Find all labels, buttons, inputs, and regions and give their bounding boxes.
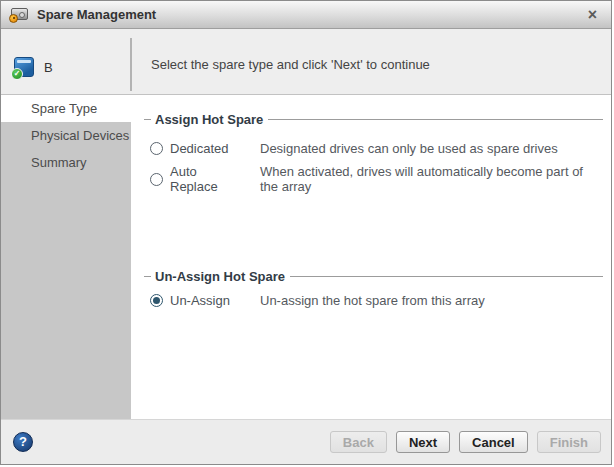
next-button[interactable]: Next — [396, 431, 450, 453]
wizard-steps-sidebar: Spare Type Physical Devices Summary — [1, 95, 131, 419]
assign-hot-spare-legend: Assign Hot Spare — [144, 112, 603, 127]
un-assign-radio[interactable] — [150, 294, 163, 307]
sidebar-item-physical-devices[interactable]: Physical Devices — [1, 122, 131, 149]
wizard-header: ✓ B Select the spare type and click 'Nex… — [1, 29, 611, 95]
un-assign-description: Un-assign the hot spare from this array — [260, 293, 598, 308]
sidebar-item-spare-type[interactable]: Spare Type — [1, 95, 131, 122]
wizard-body: Spare Type Physical Devices Summary Assi… — [1, 95, 611, 419]
titlebar: Spare Management × — [1, 1, 611, 29]
option-auto-replace[interactable]: Auto Replace When activated, drives will… — [150, 164, 601, 194]
footer-buttons: Back Next Cancel Finish — [321, 431, 601, 453]
back-button: Back — [330, 431, 387, 453]
array-icon: ✓ — [14, 57, 34, 77]
dedicated-description: Designated drives can only be used as sp… — [260, 141, 598, 156]
auto-replace-radio[interactable] — [150, 173, 163, 186]
dedicated-label[interactable]: Dedicated — [170, 141, 241, 156]
dedicated-radio[interactable] — [150, 142, 163, 155]
help-icon[interactable]: ? — [13, 432, 33, 452]
option-un-assign[interactable]: Un-Assign Un-assign the hot spare from t… — [150, 293, 601, 308]
spare-badge-icon — [9, 14, 18, 23]
dialog-footer: ? Back Next Cancel Finish — [1, 419, 611, 464]
device-summary: ✓ B — [14, 57, 53, 77]
un-assign-label[interactable]: Un-Assign — [170, 293, 241, 308]
auto-replace-description: When activated, drives will automaticall… — [260, 164, 598, 194]
device-name: B — [44, 60, 53, 75]
window-title: Spare Management — [37, 7, 156, 22]
cancel-button[interactable]: Cancel — [459, 431, 528, 453]
spare-management-dialog: Spare Management × ✓ B Select the spare … — [0, 0, 612, 465]
status-check-icon: ✓ — [11, 68, 23, 80]
close-icon[interactable]: × — [584, 7, 601, 23]
option-dedicated[interactable]: Dedicated Designated drives can only be … — [150, 141, 601, 156]
unassign-hot-spare-legend: Un-Assign Hot Spare — [144, 269, 603, 284]
spare-management-icon — [11, 8, 28, 20]
finish-button: Finish — [537, 431, 601, 453]
sidebar-item-summary[interactable]: Summary — [1, 149, 131, 176]
header-divider — [130, 38, 132, 91]
wizard-instruction: Select the spare type and click 'Next' t… — [151, 57, 430, 72]
auto-replace-label[interactable]: Auto Replace — [170, 164, 241, 194]
spare-type-panel: Assign Hot Spare Dedicated Designated dr… — [131, 95, 611, 419]
